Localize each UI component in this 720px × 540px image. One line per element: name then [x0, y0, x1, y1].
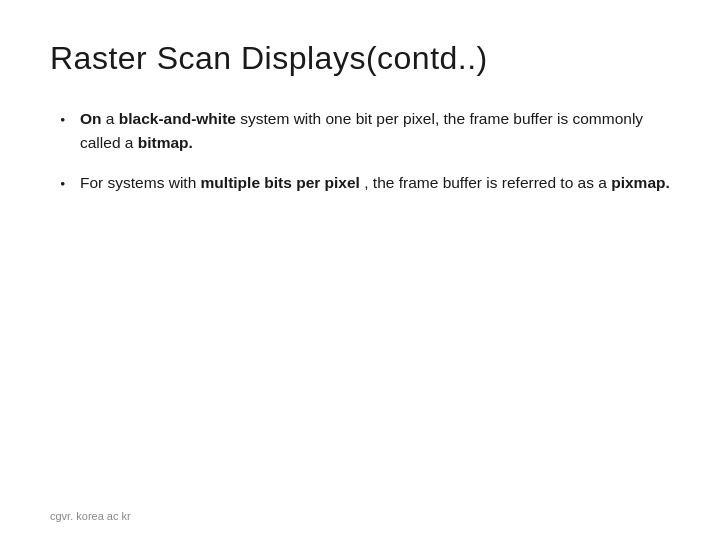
bullet1-part2: a — [106, 110, 119, 127]
bullet-item-2: • For systems with multiple bits per pix… — [60, 171, 670, 196]
bullet2-part2: multiple bits per pixel — [201, 174, 360, 191]
bullet-item-1: • On a black-and-white system with one b… — [60, 107, 670, 155]
bullet2-part4: pixmap. — [611, 174, 670, 191]
bullet-dot-1: • — [60, 107, 80, 132]
bullet-dot-2: • — [60, 171, 80, 196]
slide-content: • On a black-and-white system with one b… — [50, 107, 670, 196]
slide: Raster Scan Displays(contd..) • On a bla… — [0, 0, 720, 540]
bullet-text-2: For systems with multiple bits per pixel… — [80, 171, 670, 195]
bullet2-part1: For systems with — [80, 174, 201, 191]
bullet2-part3: , the frame buffer is referred to as a — [364, 174, 611, 191]
bullet1-part1: On — [80, 110, 102, 127]
bullet1-part5: bitmap. — [138, 134, 193, 151]
bullet1-part3: black-and-white — [119, 110, 236, 127]
bullet-text-1: On a black-and-white system with one bit… — [80, 107, 670, 155]
slide-title: Raster Scan Displays(contd..) — [50, 40, 670, 77]
footer-text: cgvr. korea ac kr — [50, 510, 131, 522]
